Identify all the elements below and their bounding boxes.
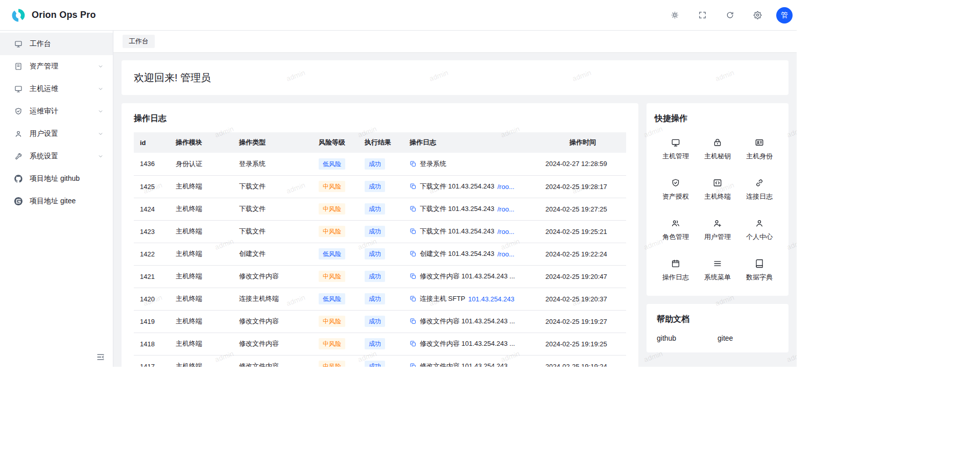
result-badge: 成功	[365, 361, 385, 367]
copy-icon[interactable]	[410, 318, 417, 325]
app-logo-icon	[10, 7, 27, 23]
log-cell: 修改文件内容 101.43.254.243 ...	[410, 317, 533, 326]
column-header: 操作模块	[170, 132, 233, 153]
quick-action-item[interactable]: 个人中心	[738, 209, 780, 249]
copy-icon[interactable]	[410, 250, 417, 257]
welcome-card: 欢迎回来! 管理员	[122, 60, 788, 95]
quick-actions-title: 快捷操作	[655, 113, 780, 124]
copy-icon[interactable]	[410, 273, 417, 280]
cell-id: 1418	[134, 333, 170, 355]
quick-action-label: 主机终端	[704, 192, 731, 201]
help-link-github[interactable]: github	[657, 334, 718, 342]
sidebar-item[interactable]: 主机运维	[0, 78, 113, 100]
help-link-gitee[interactable]: gitee	[718, 334, 778, 342]
risk-badge: 低风险	[319, 293, 345, 304]
app-title: Orion Ops Pro	[32, 10, 96, 20]
quick-action-item[interactable]: 主机终端	[697, 169, 738, 209]
log-link[interactable]: /roo...	[497, 228, 514, 235]
quick-action-item[interactable]: 数据字典	[738, 249, 780, 290]
quick-action-item[interactable]: 操作日志	[655, 249, 697, 290]
copy-icon[interactable]	[410, 205, 417, 212]
avatar[interactable]: 管	[776, 7, 793, 23]
monitor-icon	[671, 138, 680, 147]
log-link[interactable]: /roo...	[497, 183, 514, 191]
app-window: Orion Ops Pro 管 工作台资产管理主机运维运维审计用户设置系统设置项…	[0, 0, 797, 367]
cell-time: 2024-02-25 19:19:27	[539, 310, 626, 333]
copy-icon[interactable]	[410, 228, 417, 235]
cell-module: 主机终端	[170, 310, 233, 333]
quick-action-label: 系统菜单	[704, 273, 731, 282]
cell-time: 2024-02-25 19:19:25	[539, 333, 626, 355]
tab-workbench[interactable]: 工作台	[123, 35, 155, 48]
risk-badge: 低风险	[319, 248, 345, 259]
quick-action-item[interactable]: 主机管理	[655, 128, 697, 169]
log-link[interactable]: 101.43.254.243	[468, 295, 514, 303]
log-text: 修改文件内容 101.43.254.243 ...	[420, 362, 515, 367]
sidebar-item[interactable]: 项目地址 gitee	[0, 190, 113, 212]
log-link[interactable]: /roo...	[497, 250, 514, 258]
quick-action-item[interactable]: 用户管理	[697, 209, 738, 249]
sidebar-footer	[0, 347, 113, 367]
sidebar-item[interactable]: 用户设置	[0, 123, 113, 145]
risk-badge: 中风险	[319, 338, 345, 349]
header-theme-button[interactable]	[666, 7, 683, 24]
cell-module: 主机终端	[170, 355, 233, 367]
log-text: 下载文件 101.43.254.243	[420, 182, 494, 191]
operation-log-card: 操作日志 id操作模块操作类型风险等级执行结果操作日志操作时间 1436身份认证…	[122, 103, 638, 367]
quick-action-label: 主机管理	[662, 152, 689, 161]
quick-action-item[interactable]: 资产授权	[655, 169, 697, 209]
copy-icon[interactable]	[410, 340, 417, 347]
fullscreen-icon	[698, 11, 707, 19]
copy-icon[interactable]	[410, 160, 417, 168]
log-cell: 下载文件 101.43.254.243/roo...	[410, 182, 533, 191]
user-add-icon	[713, 219, 722, 228]
cell-module: 主机终端	[170, 265, 233, 288]
result-badge: 成功	[365, 338, 385, 349]
sidebar-item-label: 项目地址 gitee	[30, 197, 104, 206]
cell-time: 2024-02-25 19:27:25	[539, 198, 626, 220]
github-icon	[14, 175, 22, 183]
sidebar-item[interactable]: 资产管理	[0, 55, 113, 78]
copy-icon[interactable]	[410, 183, 417, 190]
cell-type: 下载文件	[233, 198, 313, 220]
cell-type: 登录系统	[233, 153, 313, 175]
log-cell: 连接主机 SFTP101.43.254.243	[410, 294, 533, 303]
quick-action-item[interactable]: 主机身份	[738, 128, 780, 169]
help-links: githubgitee	[657, 334, 778, 342]
terminal-icon	[713, 178, 722, 187]
copy-icon[interactable]	[410, 295, 417, 302]
result-badge: 成功	[365, 316, 385, 327]
cell-module: 主机终端	[170, 243, 233, 265]
sidebar-item[interactable]: 工作台	[0, 33, 113, 55]
cell-type: 下载文件	[233, 175, 313, 198]
quick-action-item[interactable]: 主机秘钥	[697, 128, 738, 169]
asset-icon	[14, 62, 22, 70]
table-header-row: id操作模块操作类型风险等级执行结果操作日志操作时间	[134, 132, 626, 153]
header-refresh-button[interactable]	[721, 7, 738, 24]
collapse-sidebar-icon[interactable]	[96, 352, 105, 362]
copy-icon[interactable]	[410, 363, 417, 367]
main-area: 工作台 adminadminadminadminadminadminadmina…	[113, 31, 797, 367]
quick-action-item[interactable]: 角色管理	[655, 209, 697, 249]
quick-action-item[interactable]: 系统菜单	[697, 249, 738, 290]
risk-badge: 中风险	[319, 271, 345, 282]
risk-badge: 中风险	[319, 181, 345, 192]
sidebar-item-label: 项目地址 github	[30, 174, 104, 183]
cell-type: 创建文件	[233, 243, 313, 265]
quick-action-label: 资产授权	[662, 192, 689, 201]
log-text: 连接主机 SFTP	[420, 294, 465, 303]
refresh-icon	[726, 11, 734, 19]
sidebar-item[interactable]: 项目地址 github	[0, 168, 113, 190]
log-text: 修改文件内容 101.43.254.243 ...	[420, 272, 515, 281]
sidebar-item-label: 系统设置	[30, 152, 98, 161]
header-settings-button[interactable]	[749, 7, 766, 24]
column-header: id	[134, 132, 170, 153]
log-link[interactable]: /roo...	[497, 205, 514, 213]
sidebar-item[interactable]: 运维审计	[0, 100, 113, 123]
result-badge: 成功	[365, 226, 385, 237]
log-cell: 修改文件内容 101.43.254.243 ...	[410, 272, 533, 281]
header-fullscreen-button[interactable]	[694, 7, 711, 24]
table-row: 1421主机终端修改文件内容中风险成功修改文件内容 101.43.254.243…	[134, 265, 626, 288]
sidebar-item[interactable]: 系统设置	[0, 145, 113, 168]
quick-action-item[interactable]: 连接日志	[738, 169, 780, 209]
